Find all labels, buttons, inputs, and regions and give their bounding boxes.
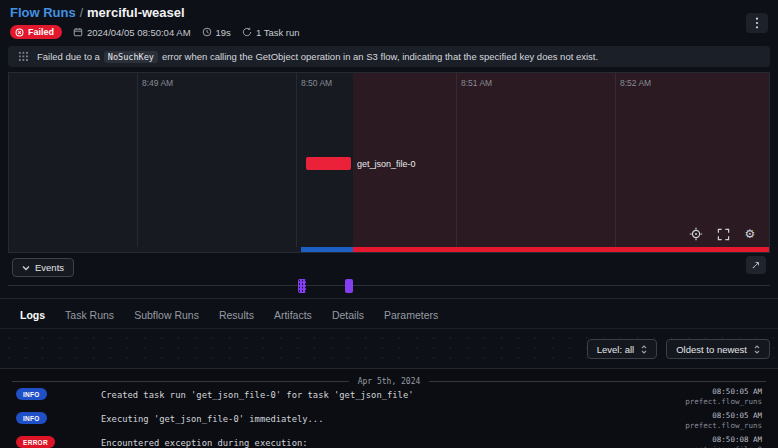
tab-details[interactable]: Details <box>332 309 364 321</box>
event-marker[interactable] <box>345 279 353 293</box>
tabs-divider <box>0 328 778 329</box>
tab-subflow-runs[interactable]: Subflow Runs <box>134 309 199 321</box>
sort-order-select[interactable]: Oldest to newest <box>666 339 770 359</box>
fullscreen-icon <box>717 228 730 241</box>
fullscreen-button[interactable] <box>716 227 730 241</box>
error-summary-text: Failed due to aNoSuchKeyerror when calli… <box>37 51 598 62</box>
task-run-count: 1 Task run <box>242 27 300 38</box>
share-icon <box>751 260 761 270</box>
log-level-badge: INFO <box>16 412 47 424</box>
level-filter-value: Level: all <box>597 344 635 355</box>
logs-panel: Apr 5th, 2024 INFO Created task run 'get… <box>0 368 778 448</box>
log-logger-name: prefect.flow_runs <box>685 397 762 406</box>
duration: 19s <box>202 27 231 38</box>
events-toggle-label: Events <box>35 262 64 273</box>
error-code-chip: NoSuchKey <box>104 51 158 63</box>
divider-line <box>429 381 766 382</box>
tab-parameters[interactable]: Parameters <box>384 309 438 321</box>
log-date-label: Apr 5th, 2024 <box>358 377 421 386</box>
time-gridline <box>296 73 297 247</box>
time-tick-label: 8:52 AM <box>620 78 651 88</box>
task-run-icon <box>242 27 252 37</box>
log-entry: ERROR Encountered exception during execu… <box>16 435 762 448</box>
locate-icon <box>689 227 703 241</box>
time-tick-label: 8:50 AM <box>301 78 332 88</box>
sort-order-value: Oldest to newest <box>676 344 747 355</box>
clock-icon <box>202 27 212 37</box>
error-summary-banner: Failed due to aNoSuchKeyerror when calli… <box>8 46 770 67</box>
log-logger-name: prefect.flow_runs <box>685 421 762 430</box>
run-timeline-chart[interactable]: 8:49 AM 8:50 AM 8:51 AM 8:52 AM get_json… <box>8 72 770 253</box>
log-entry: INFO Executing 'get_json_file-0' immedia… <box>16 411 762 433</box>
breadcrumb: Flow Runs/merciful-weasel <box>10 5 768 20</box>
status-badge: Failed <box>10 25 62 39</box>
running-state-segment <box>301 247 353 252</box>
time-gridline <box>456 73 457 247</box>
tab-results[interactable]: Results <box>219 309 254 321</box>
log-date-divider: Apr 5th, 2024 <box>12 377 766 386</box>
failed-x-circle-icon <box>15 28 24 37</box>
log-filters: Level: all Oldest to newest <box>587 339 770 359</box>
sort-arrows-icon <box>754 345 760 354</box>
breadcrumb-flow-runs-link[interactable]: Flow Runs <box>10 5 76 20</box>
run-actions-menu-button[interactable] <box>746 13 768 33</box>
log-message: Executing 'get_json_file-0' immediately.… <box>101 414 323 424</box>
run-meta-row: Failed 2024/04/05 08:50:04 AM 19s 1 Task… <box>10 25 768 39</box>
page-header: Flow Runs/merciful-weasel Failed 2024/04… <box>0 0 778 46</box>
calendar-icon <box>73 27 83 37</box>
events-toggle-button[interactable]: Events <box>12 258 74 277</box>
events-share-button[interactable] <box>746 256 766 274</box>
time-tick-label: 8:51 AM <box>461 78 492 88</box>
section-divider <box>0 298 778 299</box>
log-timestamp: 08:50:05 AM <box>712 387 762 396</box>
gear-icon: ⚙ <box>745 228 756 240</box>
event-cluster-marker[interactable] <box>298 279 306 293</box>
time-tick-label: 8:49 AM <box>142 78 173 88</box>
log-level-badge: INFO <box>16 388 47 400</box>
sort-arrows-icon <box>641 345 647 354</box>
detail-tabs: Logs Task Runs Subflow Runs Results Arti… <box>0 305 778 325</box>
timeline-settings-button[interactable]: ⚙ <box>743 227 757 241</box>
failed-state-segment <box>353 247 769 252</box>
events-timeline-line <box>8 285 770 286</box>
log-timestamp: 08:50:08 AM <box>712 435 762 444</box>
tab-task-runs[interactable]: Task Runs <box>65 309 114 321</box>
kebab-menu-icon <box>752 17 762 29</box>
time-gridline <box>615 73 616 247</box>
task-run-bar-label: get_json_file-0 <box>357 159 416 169</box>
time-gridline <box>137 73 138 247</box>
log-message: Created task run 'get_json_file-0' for t… <box>101 390 413 400</box>
task-run-count-value: 1 Task run <box>256 27 300 38</box>
timeline-controls: ⚙ <box>689 227 757 241</box>
events-mini-timeline <box>8 278 770 294</box>
start-time-value: 2024/04/05 08:50:04 AM <box>87 27 191 38</box>
breadcrumb-separator: / <box>76 6 87 20</box>
level-filter-select[interactable]: Level: all <box>587 339 658 359</box>
chevron-down-icon <box>22 265 30 271</box>
task-run-bar[interactable] <box>306 157 351 170</box>
log-timestamp: 08:50:05 AM <box>712 411 762 420</box>
tab-logs[interactable]: Logs <box>20 309 45 321</box>
error-summary-icon <box>18 51 29 62</box>
log-message: Encountered exception during execution: <box>101 438 308 448</box>
tab-artifacts[interactable]: Artifacts <box>274 309 312 321</box>
divider-line <box>12 381 349 382</box>
page-title: merciful-weasel <box>87 5 185 20</box>
status-badge-label: Failed <box>28 27 54 37</box>
log-level-badge: ERROR <box>16 436 55 448</box>
log-entry: INFO Created task run 'get_json_file-0' … <box>16 387 762 409</box>
recenter-button[interactable] <box>689 227 703 241</box>
flow-run-page: Flow Runs/merciful-weasel Failed 2024/04… <box>0 0 778 448</box>
duration-value: 19s <box>216 27 231 38</box>
events-row: Events <box>8 258 770 278</box>
start-time: 2024/04/05 08:50:04 AM <box>73 27 191 38</box>
